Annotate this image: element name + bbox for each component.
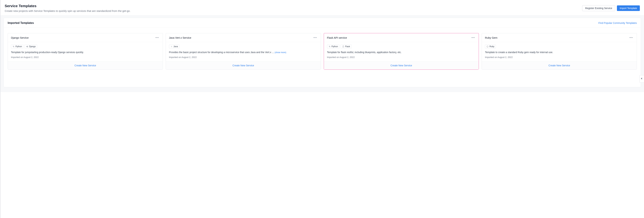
cards-grid: Django Service•••PythondjDjangoTemplate …	[4, 28, 641, 87]
tag: djDjango	[24, 45, 37, 48]
svg-marker-5	[487, 46, 488, 47]
card-description: Provides the basic project structure for…	[169, 51, 318, 54]
create-new-service-link[interactable]: Create New Service	[548, 64, 570, 67]
card-body: PythonFlaskTemplate for flask restful, i…	[324, 42, 479, 61]
card-footer: Create New Service	[324, 61, 479, 69]
card-description-text: Template for flask restful, including bl…	[327, 51, 402, 54]
java-icon	[170, 45, 173, 48]
card-description-text: Template to create a standard Ruby gem r…	[485, 51, 553, 54]
page-header: Service Templates Create new projects wi…	[0, 0, 644, 15]
panel-title: Imported Templates	[8, 21, 34, 25]
header-actions: Register Existing Service Import Templat…	[582, 4, 640, 11]
card-header: Flask API service•••	[324, 33, 479, 42]
page-subtitle: Create new projects with Service Templat…	[5, 10, 582, 12]
card-description: Template for flask restful, including bl…	[327, 51, 476, 54]
panel-header: Imported Templates Find Popular Communit…	[4, 18, 641, 28]
card-header: Django Service•••	[8, 33, 163, 42]
header-text-block: Service Templates Create new projects wi…	[5, 4, 582, 12]
card-description-text: Provides the basic project structure for…	[169, 51, 275, 54]
card-footer: Create New Service	[166, 61, 321, 69]
card-meta: Imported on August 2, 2022	[11, 56, 160, 58]
tag-list: Java	[169, 45, 318, 48]
tag-list: Ruby	[485, 45, 634, 48]
card-title: Django Service	[11, 36, 29, 39]
show-more-link[interactable]: (show more)	[274, 51, 286, 54]
tag-list: PythonFlask	[327, 45, 476, 48]
card-meta: Imported on August 2, 2022	[169, 56, 318, 58]
collapse-icon	[641, 77, 643, 80]
template-card: Java Vert.x Service•••JavaProvides the b…	[166, 33, 321, 70]
tag-label: Java	[174, 45, 178, 48]
card-menu-icon[interactable]: •••	[629, 36, 634, 39]
tag: Java	[169, 45, 180, 48]
card-body: PythondjDjangoTemplate for jumpstarting …	[8, 42, 163, 61]
card-menu-icon[interactable]: •••	[471, 36, 476, 39]
django-icon: dj	[26, 45, 28, 48]
tag-label: Flask	[345, 45, 350, 48]
card-title: Ruby Gem	[485, 36, 498, 39]
page: Service Templates Create new projects wi…	[0, 0, 644, 218]
create-new-service-link[interactable]: Create New Service	[232, 64, 254, 67]
tag: Python	[327, 45, 340, 48]
card-description: Template for jumpstarting production-rea…	[11, 51, 160, 54]
card-footer: Create New Service	[8, 61, 163, 69]
page-title: Service Templates	[5, 4, 582, 8]
card-body: JavaProvides the basic project structure…	[166, 42, 321, 61]
card-description: Template to create a standard Ruby gem r…	[485, 51, 634, 54]
template-card: Django Service•••PythondjDjangoTemplate …	[8, 33, 163, 70]
card-footer: Create New Service	[482, 61, 637, 69]
collapse-sidebar-tab[interactable]	[640, 75, 644, 82]
create-new-service-link[interactable]: Create New Service	[74, 64, 96, 67]
card-meta: Imported on August 2, 2022	[485, 56, 634, 58]
svg-point-3	[330, 47, 330, 47]
svg-point-1	[14, 47, 14, 47]
template-card: Flask API service•••PythonFlaskTemplate …	[324, 33, 479, 70]
tag-list: PythondjDjango	[11, 45, 160, 48]
tag: Python	[11, 45, 24, 48]
card-body: RubyTemplate to create a standard Ruby g…	[482, 42, 637, 61]
tag-label: Python	[332, 45, 338, 48]
ruby-icon	[486, 45, 488, 48]
card-meta: Imported on August 2, 2022	[327, 56, 476, 58]
imported-templates-panel: Imported Templates Find Popular Communit…	[4, 18, 641, 87]
tag-label: Python	[16, 45, 22, 48]
import-template-button[interactable]: Import Template	[617, 6, 640, 11]
card-header: Ruby Gem•••	[482, 33, 637, 42]
template-card: Ruby Gem•••RubyTemplate to create a stan…	[482, 33, 637, 70]
find-community-templates-link[interactable]: Find Popular Community Templates	[598, 22, 637, 24]
card-description-text: Template for jumpstarting production-rea…	[11, 51, 84, 54]
card-menu-icon[interactable]: •••	[155, 36, 160, 39]
flask-icon	[342, 45, 344, 48]
card-header: Java Vert.x Service•••	[166, 33, 321, 42]
register-existing-service-button[interactable]: Register Existing Service	[582, 5, 615, 11]
python-icon	[328, 45, 331, 48]
tag-label: Ruby	[490, 45, 494, 48]
tag: Ruby	[485, 45, 496, 48]
card-menu-icon[interactable]: •••	[313, 36, 318, 39]
python-icon	[12, 45, 14, 48]
create-new-service-link[interactable]: Create New Service	[390, 64, 412, 67]
tag-label: Django	[29, 45, 36, 48]
card-title: Flask API service	[327, 36, 347, 39]
content-area: Imported Templates Find Popular Communit…	[0, 15, 644, 92]
card-title: Java Vert.x Service	[169, 36, 191, 39]
tag: Flask	[340, 45, 352, 48]
